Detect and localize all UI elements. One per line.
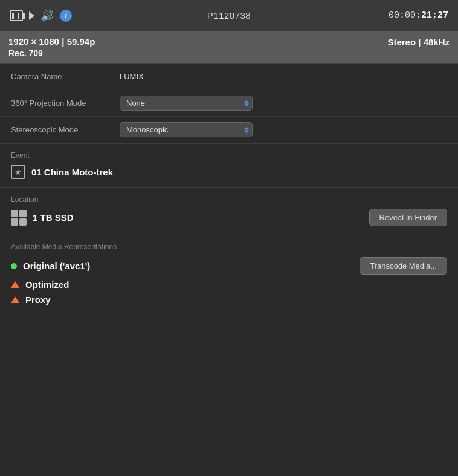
property-row-stereoscopic: Stereoscopic Mode Monoscopic Side by Sid… xyxy=(0,117,458,143)
info-bar-row1: 1920 × 1080 | 59.94p Stereo | 48kHz xyxy=(8,36,450,47)
event-name: 01 China Moto-trek xyxy=(31,167,113,177)
location-section: Location 1 TB SSD Reveal In Finder xyxy=(0,188,458,235)
speaker-icon[interactable]: 🔊 xyxy=(40,9,54,22)
event-section-label: Event xyxy=(11,151,447,160)
info-bar: 1920 × 1080 | 59.94p Stereo | 48kHz Rec.… xyxy=(0,31,458,64)
property-row-camera: Camera Name LUMIX xyxy=(0,64,458,90)
original-status-dot xyxy=(11,263,17,269)
film-icon[interactable] xyxy=(10,10,23,21)
proxy-status-triangle xyxy=(11,296,19,303)
storage-cell-4 xyxy=(19,218,27,226)
camera-name-value: LUMIX xyxy=(120,72,144,81)
content-area: Camera Name LUMIX 360° Projection Mode N… xyxy=(0,64,458,474)
media-row-original: Original ('avc1') Transcode Media... xyxy=(11,257,447,275)
location-name: 1 TB SSD xyxy=(33,212,74,223)
optimized-media-name: Optimized xyxy=(25,279,69,290)
clip-title: P1120738 xyxy=(207,10,251,21)
location-section-label: Location xyxy=(11,195,447,204)
location-row: 1 TB SSD Reveal In Finder xyxy=(11,209,447,226)
toolbar: 🔊 i P1120738 00:00:21;27 xyxy=(0,0,458,31)
projection-select[interactable]: None Equirectangular Cubic xyxy=(120,96,253,111)
storage-cell-2 xyxy=(19,210,27,217)
storage-icon xyxy=(11,210,27,226)
property-row-projection: 360° Projection Mode None Equirectangula… xyxy=(0,90,458,117)
info-icon[interactable]: i xyxy=(60,10,72,22)
media-row-proxy-left: Proxy xyxy=(11,295,51,305)
projection-label: 360° Projection Mode xyxy=(11,99,120,108)
projection-select-wrapper: None Equirectangular Cubic xyxy=(120,96,253,111)
timecode-display: 00:00:21;27 xyxy=(389,10,448,21)
toolbar-icons: 🔊 i xyxy=(10,9,72,22)
media-row-optimized: Optimized xyxy=(11,279,447,290)
resolution-framerate: 1920 × 1080 | 59.94p xyxy=(8,36,95,47)
stereoscopic-select[interactable]: Monoscopic Side by Side Over/Under xyxy=(120,122,253,137)
media-row-original-left: Original ('avc1') xyxy=(11,261,90,271)
proxy-media-name: Proxy xyxy=(25,295,51,305)
media-section-label: Available Media Representations xyxy=(11,243,447,251)
colorspace-info: Rec. 709 xyxy=(8,48,450,58)
reveal-in-finder-button[interactable]: Reveal In Finder xyxy=(369,209,447,226)
properties-section: Camera Name LUMIX 360° Projection Mode N… xyxy=(0,64,458,144)
audio-info: Stereo | 48kHz xyxy=(387,37,450,47)
media-row-proxy: Proxy xyxy=(11,295,447,305)
stereoscopic-label: Stereoscopic Mode xyxy=(11,125,120,134)
storage-cell-1 xyxy=(11,210,18,217)
original-media-name: Original ('avc1') xyxy=(23,261,90,271)
event-section: Event ★ 01 China Moto-trek xyxy=(0,144,458,188)
optimized-status-triangle xyxy=(11,281,19,288)
media-row-optimized-left: Optimized xyxy=(11,279,69,290)
storage-cell-3 xyxy=(11,218,18,226)
camera-name-label: Camera Name xyxy=(11,72,120,81)
playhead-icon[interactable] xyxy=(29,11,34,20)
event-row: ★ 01 China Moto-trek xyxy=(11,165,447,179)
event-star-icon: ★ xyxy=(11,165,25,179)
media-representations-section: Available Media Representations Original… xyxy=(0,235,458,318)
location-left: 1 TB SSD xyxy=(11,210,74,226)
transcode-media-button[interactable]: Transcode Media... xyxy=(360,257,447,275)
stereoscopic-select-wrapper: Monoscopic Side by Side Over/Under xyxy=(120,122,253,137)
